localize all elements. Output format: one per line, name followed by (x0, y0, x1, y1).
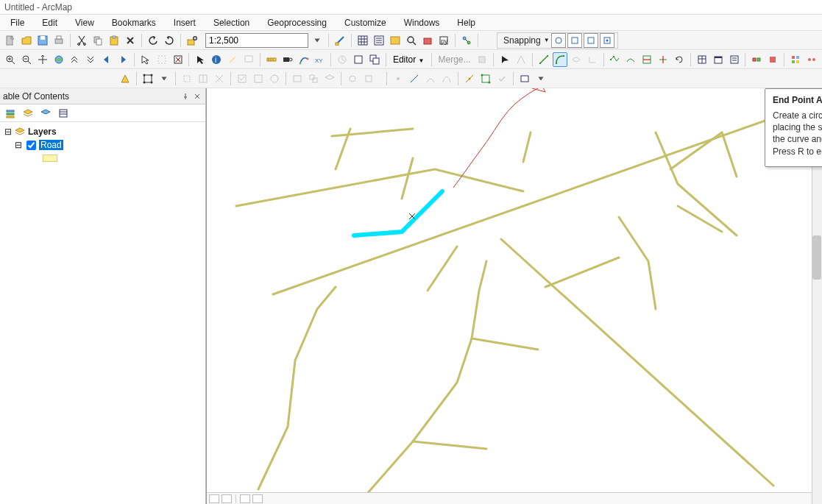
validate-topology-icon[interactable] (235, 71, 249, 86)
undo-icon[interactable] (146, 33, 160, 48)
line-tool-icon[interactable] (407, 71, 422, 86)
point-tool-icon[interactable] (391, 71, 405, 86)
zoom-in-icon[interactable] (3, 52, 18, 67)
select-pointer-icon[interactable] (193, 52, 208, 67)
add-data-icon[interactable] (185, 33, 199, 48)
menu-selection[interactable]: Selection (206, 16, 257, 29)
menu-file[interactable]: File (3, 16, 32, 29)
toc-layer-road-symbol[interactable] (3, 152, 202, 165)
catalog-icon[interactable] (388, 33, 403, 48)
menu-geoprocessing[interactable]: Geoprocessing (260, 16, 334, 29)
measure-icon[interactable] (264, 52, 279, 67)
search-icon[interactable] (404, 33, 419, 48)
select-elements-icon[interactable] (138, 52, 153, 67)
save-icon[interactable] (35, 33, 50, 48)
toc-layer-road-checkbox[interactable] (26, 141, 36, 150)
create-features-icon[interactable] (727, 52, 742, 67)
toc-close-icon[interactable] (192, 91, 202, 102)
fixed-zoom-out-icon[interactable] (83, 52, 98, 67)
editor-menu[interactable]: Editor ▼ (390, 54, 428, 65)
open-icon[interactable] (19, 33, 34, 48)
list-by-drawing-order-icon[interactable] (3, 106, 18, 121)
cut-icon[interactable] (74, 33, 89, 48)
new-icon[interactable] (3, 33, 18, 48)
data-view-tab[interactable] (209, 494, 219, 503)
clear-selection-icon[interactable] (171, 52, 185, 67)
toc-pin-icon[interactable] (180, 91, 191, 102)
collapse-icon[interactable]: ⊟ (3, 127, 13, 137)
shared-features-icon[interactable] (306, 71, 321, 86)
python-icon[interactable]: py (436, 33, 451, 48)
menu-view[interactable]: View (68, 16, 102, 29)
menu-insert[interactable]: Insert (166, 16, 203, 29)
table-icon[interactable] (355, 33, 370, 48)
trace-icon[interactable] (569, 52, 584, 67)
html-popup-icon[interactable] (241, 52, 256, 67)
map-scale-input[interactable] (205, 33, 308, 48)
topology-edit-icon[interactable] (749, 52, 764, 67)
go-back-icon[interactable] (99, 52, 114, 67)
parcel-editor-icon[interactable] (118, 71, 132, 86)
editor-toolbar-icon[interactable] (333, 33, 347, 48)
sketch-edit-tool-icon[interactable] (478, 71, 493, 86)
fixed-zoom-in-icon[interactable] (67, 52, 82, 67)
print-icon[interactable] (52, 33, 66, 48)
topology-props-icon[interactable] (361, 71, 376, 86)
menu-bookmarks[interactable]: Bookmarks (104, 16, 163, 29)
topology-dropdown-arrow-icon[interactable] (157, 71, 171, 86)
go-forward-icon[interactable] (116, 52, 130, 67)
refresh-view-icon[interactable] (240, 494, 250, 503)
go-to-xy-icon[interactable]: XY (312, 52, 327, 67)
paste-icon[interactable] (107, 33, 121, 48)
copy-icon[interactable] (91, 33, 105, 48)
edit-annotation-icon[interactable] (514, 52, 528, 67)
sketch-props-icon[interactable] (517, 71, 532, 86)
snap-point-icon[interactable] (551, 33, 566, 48)
sketch-point-tool-icon[interactable] (462, 71, 477, 86)
full-extent-icon[interactable] (52, 52, 66, 67)
time-slider-icon[interactable] (335, 52, 350, 67)
redo-icon[interactable] (162, 33, 177, 48)
arc-tool-icon[interactable] (423, 71, 438, 86)
topology-layers-icon[interactable] (322, 71, 337, 86)
map-scrollbar-thumb[interactable] (812, 235, 821, 280)
scale-dropdown-icon[interactable] (310, 33, 325, 48)
hyperlink-icon[interactable] (225, 52, 240, 67)
finish-sketch-icon[interactable] (495, 71, 509, 86)
toc-layer-road-label[interactable]: Road (39, 140, 63, 150)
attributes-icon[interactable] (695, 52, 709, 67)
edit-tool-icon[interactable] (497, 52, 512, 67)
tool-unknown-icon[interactable] (804, 52, 819, 67)
snapping-label[interactable]: Snapping (500, 35, 544, 46)
planarize-icon[interactable] (212, 71, 227, 86)
snap-vertex-icon[interactable] (584, 33, 598, 48)
identify-icon[interactable]: i (209, 52, 224, 67)
layout-view-tab[interactable] (222, 494, 232, 503)
split-polygons-icon[interactable] (196, 71, 210, 86)
right-angle-icon[interactable] (585, 52, 600, 67)
topology-error-icon[interactable] (765, 52, 780, 67)
validate-extent-icon[interactable] (251, 71, 266, 86)
pan-icon[interactable] (35, 52, 50, 67)
collapse-icon[interactable]: ⊟ (13, 140, 24, 150)
toc-icon[interactable] (372, 33, 386, 48)
list-by-selection-icon[interactable] (56, 106, 71, 121)
delete-icon[interactable] (123, 33, 138, 48)
create-viewer-icon[interactable] (351, 52, 366, 67)
show-shared-icon[interactable] (345, 71, 360, 86)
model-builder-icon[interactable] (459, 33, 474, 48)
split-icon[interactable] (656, 52, 670, 67)
select-features-icon[interactable] (155, 52, 169, 67)
menu-customize[interactable]: Customize (337, 16, 394, 29)
rotate-icon[interactable] (672, 52, 687, 67)
straight-segment-icon[interactable] (536, 52, 551, 67)
menu-edit[interactable]: Edit (35, 16, 65, 29)
bezier-tool-icon[interactable] (439, 71, 454, 86)
reshape-icon[interactable] (623, 52, 638, 67)
fix-topology-icon[interactable] (267, 71, 282, 86)
snap-edge-icon[interactable] (600, 33, 614, 48)
toc-layer-road[interactable]: ⊟ Road (3, 138, 202, 152)
edit-vertices-icon[interactable] (608, 52, 623, 67)
zoom-out-icon[interactable] (19, 52, 34, 67)
construct-polygons-icon[interactable] (180, 71, 194, 86)
